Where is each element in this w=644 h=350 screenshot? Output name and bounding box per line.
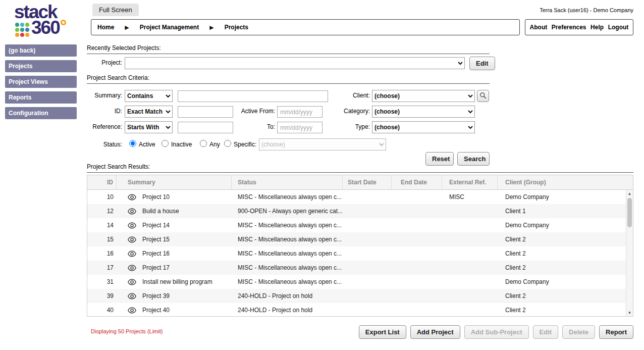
type-label: Type:	[334, 123, 370, 130]
nav-logout[interactable]: Logout	[608, 24, 629, 31]
cell-status: MISC - Miscellaneous always open c...	[232, 264, 343, 271]
table-row[interactable]: 12 Build a house 900-OPEN - Always open …	[87, 204, 627, 218]
nav-help[interactable]: Help	[591, 24, 604, 31]
cell-summary: Install new billing program	[142, 278, 212, 285]
table-row[interactable]: 14 Project 14 MISC - Miscellaneous alway…	[87, 218, 627, 232]
top-nav: About Preferences Help Logout	[525, 19, 633, 35]
scrollbar-thumb[interactable]	[627, 198, 632, 227]
cell-client: Demo Company	[498, 193, 627, 201]
active-from-label: Active From:	[238, 108, 275, 115]
col-header-start-date: Start Date	[343, 175, 392, 189]
cell-id: 31	[87, 278, 117, 285]
user-info: Terra Sack (user16) - Demo Company	[540, 7, 633, 13]
table-row[interactable]: 16 Project 16 MISC - Miscellaneous alway…	[87, 246, 627, 261]
cell-status: MISC - Miscellaneous always open c...	[232, 250, 343, 257]
results-table-header: ID Summary Status Start Date End Date Ex…	[87, 175, 633, 190]
breadcrumb-arrow-icon: ▶	[209, 24, 213, 31]
table-row[interactable]: 10 Project 10 MISC - Miscellaneous alway…	[87, 190, 627, 204]
breadcrumb-projects[interactable]: Projects	[225, 24, 248, 31]
sidebar-item-reports[interactable]: Reports	[5, 91, 77, 104]
sidebar-item-configuration[interactable]: Configuration	[5, 107, 77, 119]
footer-actions: Export List Add Project Add Sub-Project …	[87, 325, 633, 339]
cell-status: MISC - Miscellaneous always open c...	[232, 236, 343, 243]
category-select[interactable]: (choose)	[372, 106, 475, 118]
breadcrumb-home[interactable]: Home	[97, 24, 114, 31]
cell-status: MISC - Miscellaneous always open c...	[232, 222, 343, 229]
nav-about[interactable]: About	[530, 24, 548, 31]
table-row[interactable]: 39 Project 39 240-HOLD - Project on hold…	[87, 289, 627, 303]
add-project-button[interactable]: Add Project	[410, 325, 460, 339]
logo-text-360: 360	[31, 19, 60, 36]
col-header-external-ref: External Ref.	[442, 175, 498, 189]
summary-match-select[interactable]: Contains	[125, 90, 173, 102]
edit-project-button[interactable]: Edit	[469, 57, 495, 70]
cell-id: 14	[87, 222, 117, 229]
results-table: ID Summary Status Start Date End Date Ex…	[87, 175, 633, 317]
recent-project-select[interactable]	[125, 57, 465, 69]
status-specific-label: Specific:	[234, 141, 256, 148]
cell-status: 240-HOLD - Project on hold	[232, 307, 343, 314]
sidebar-item-project-views[interactable]: Project Views	[5, 76, 77, 88]
cell-summary: Project 39	[142, 292, 170, 299]
cell-summary: Project 15	[142, 236, 170, 243]
client-search-button[interactable]	[477, 90, 489, 102]
cell-id: 15	[87, 236, 117, 243]
full-screen-button[interactable]: Full Screen	[92, 4, 139, 16]
report-button[interactable]: Report	[599, 325, 633, 339]
col-header-client-group: Client (Group)	[498, 175, 633, 189]
add-sub-project-button[interactable]: Add Sub-Project	[464, 325, 529, 339]
table-row[interactable]: 15 Project 15 MISC - Miscellaneous alway…	[87, 232, 627, 246]
status-specific-radio[interactable]	[224, 140, 231, 147]
sidebar-item-projects[interactable]: Projects	[5, 60, 77, 72]
cell-summary: Build a house	[142, 208, 179, 215]
to-date-input[interactable]	[277, 122, 323, 133]
status-inactive-label: Inactive	[171, 141, 192, 148]
summary-input[interactable]	[178, 90, 328, 102]
cell-id: 40	[87, 307, 117, 314]
view-project-icon[interactable]	[128, 194, 136, 201]
view-project-icon[interactable]	[128, 251, 136, 257]
table-scrollbar[interactable]: ▲ ▼	[626, 190, 633, 316]
view-project-icon[interactable]	[128, 293, 136, 299]
client-select[interactable]: (choose)	[372, 90, 475, 102]
cell-client: Client 1	[498, 208, 627, 215]
search-results-section-title: Project Search Results:	[87, 163, 633, 173]
cell-summary: Project 17	[142, 264, 170, 271]
view-project-icon[interactable]	[128, 279, 136, 285]
cell-summary: Project 16	[142, 250, 170, 257]
id-match-select[interactable]: Exact Match	[125, 106, 173, 118]
to-label: To:	[238, 123, 275, 130]
active-from-input[interactable]	[277, 106, 323, 118]
status-inactive-radio[interactable]	[162, 140, 169, 147]
project-label: Project:	[87, 59, 122, 66]
reference-input[interactable]	[178, 122, 233, 133]
view-project-icon[interactable]	[128, 307, 136, 314]
scrollbar-up-icon[interactable]: ▲	[626, 190, 633, 197]
export-list-button[interactable]: Export List	[359, 325, 406, 339]
table-row[interactable]: 17 Project 17 MISC - Miscellaneous alway…	[87, 261, 627, 275]
status-any-radio[interactable]	[200, 140, 207, 147]
edit-button[interactable]: Edit	[533, 325, 559, 339]
table-row[interactable]: 31 Install new billing program MISC - Mi…	[87, 275, 627, 289]
view-project-icon[interactable]	[128, 222, 136, 229]
stack360-logo: stack 360	[14, 3, 80, 37]
view-project-icon[interactable]	[128, 265, 136, 271]
cell-id: 39	[87, 292, 117, 299]
scrollbar-down-icon[interactable]: ▼	[626, 309, 633, 316]
delete-button[interactable]: Delete	[562, 325, 595, 339]
id-input[interactable]	[178, 106, 233, 118]
type-select[interactable]: (choose)	[372, 121, 475, 133]
sidebar: (go back) Projects Project Views Reports…	[5, 44, 77, 119]
category-label: Category:	[334, 108, 370, 115]
reference-match-select[interactable]: Starts With	[125, 121, 173, 133]
cell-client: Client 2	[498, 307, 627, 314]
breadcrumb-project-management[interactable]: Project Management	[140, 24, 199, 31]
specific-project-select[interactable]: (choose)	[259, 138, 386, 151]
status-active-radio[interactable]	[129, 140, 136, 147]
nav-preferences[interactable]: Preferences	[552, 24, 586, 31]
status-label: Status:	[87, 141, 122, 148]
view-project-icon[interactable]	[128, 236, 136, 243]
sidebar-item-go-back[interactable]: (go back)	[5, 44, 77, 57]
view-project-icon[interactable]	[128, 208, 136, 215]
table-row[interactable]: 40 Project 40 240-HOLD - Project on hold…	[87, 303, 627, 317]
